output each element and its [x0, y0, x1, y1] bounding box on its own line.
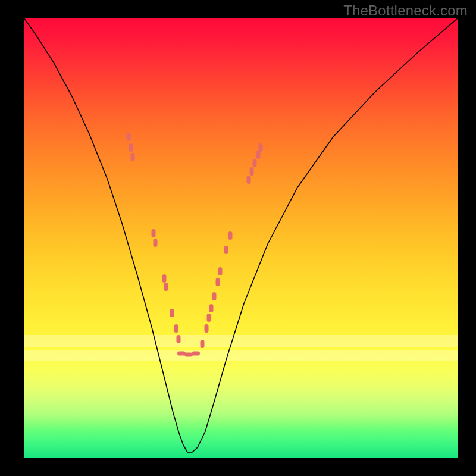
- pale-band: [24, 350, 458, 361]
- curve-marker: [192, 352, 200, 356]
- curve-marker: [177, 352, 186, 356]
- curve-marker: [218, 267, 223, 275]
- curve-marker: [224, 246, 228, 254]
- curve-marker: [154, 239, 158, 247]
- curve-marker: [177, 335, 181, 343]
- curve-marker: [209, 304, 214, 312]
- curve-marker: [170, 309, 174, 317]
- curve-marker: [131, 153, 135, 161]
- pale-bands-layer: [24, 335, 458, 361]
- plot-area: [24, 18, 458, 458]
- bottleneck-curve: [24, 18, 458, 452]
- curve-marker: [259, 143, 263, 152]
- curve-marker: [127, 133, 131, 141]
- curve-marker: [207, 314, 211, 322]
- curve-marker: [184, 353, 193, 357]
- curve-marker: [247, 176, 251, 184]
- markers-layer: [127, 133, 263, 357]
- watermark-text: TheBottleneck.com: [343, 2, 468, 19]
- chart-frame: TheBottleneck.com: [0, 0, 476, 476]
- curve-marker: [205, 324, 209, 333]
- curve-marker: [162, 274, 167, 283]
- curve-marker: [174, 324, 178, 333]
- curve-marker: [164, 283, 168, 291]
- curve-marker: [212, 292, 217, 300]
- curve-marker: [152, 229, 156, 237]
- curve-marker: [256, 151, 261, 159]
- curve-marker: [253, 159, 257, 167]
- curve-marker: [129, 143, 133, 152]
- curve-marker: [250, 167, 254, 176]
- curve-marker: [216, 278, 220, 286]
- curve-marker: [201, 340, 205, 348]
- chart-svg: [24, 18, 458, 458]
- curve-marker: [228, 231, 233, 240]
- pale-band: [24, 335, 458, 347]
